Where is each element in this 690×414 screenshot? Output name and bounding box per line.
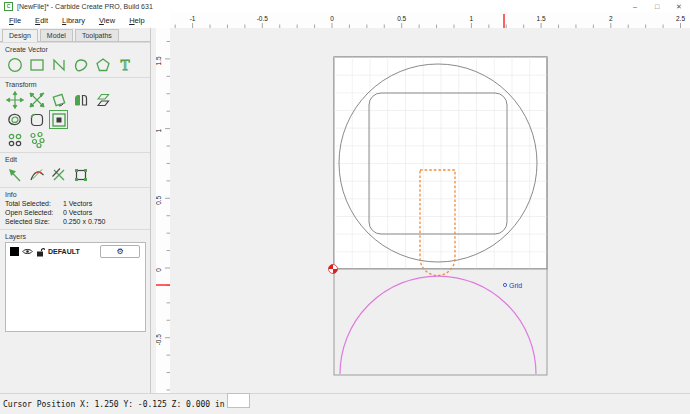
svg-text:0: 0 xyxy=(156,268,162,272)
transform-section: Transform xyxy=(0,77,150,152)
maximize-button[interactable]: □ xyxy=(646,1,668,12)
offset-tool-icon[interactable] xyxy=(5,110,24,129)
layers-section: Layers DEFAULT ⚙ xyxy=(0,229,150,334)
svg-text:0: 0 xyxy=(330,15,334,22)
svg-text:1.5: 1.5 xyxy=(156,56,162,65)
stock-grid xyxy=(334,57,547,269)
mirror-tool-icon[interactable] xyxy=(71,90,90,109)
svg-text:2.5: 2.5 xyxy=(676,15,685,22)
info-total-selected: Total Selected: 1 Vectors xyxy=(5,200,150,207)
menu-help[interactable]: Help xyxy=(122,16,151,25)
rotate-tool-icon[interactable] xyxy=(49,90,68,109)
polygon-tool-icon[interactable] xyxy=(93,55,112,74)
align-tool-icon[interactable] xyxy=(5,130,24,149)
svg-text:-0.5: -0.5 xyxy=(257,15,269,22)
close-button[interactable]: ✕ xyxy=(668,1,690,12)
info-open-selected: Open Selected: 0 Vectors xyxy=(5,209,150,216)
top-ruler: -1-0.500.511.522.5 xyxy=(170,12,690,29)
scale-tool-icon[interactable] xyxy=(27,90,46,109)
design-canvas[interactable]: Grid xyxy=(170,28,690,393)
tab-toolpaths[interactable]: Toolpaths xyxy=(75,29,119,41)
layer-visibility-eye-icon[interactable] xyxy=(22,247,33,256)
create-vector-section: Create Vector T xyxy=(0,42,150,77)
trim-vectors-tool-icon[interactable] xyxy=(49,165,68,184)
menu-file[interactable]: File xyxy=(2,16,28,25)
edit-title: Edit xyxy=(5,156,150,163)
menu-view[interactable]: View xyxy=(92,16,122,25)
grid-toggle-label: Grid xyxy=(509,282,522,289)
layer-color-swatch[interactable] xyxy=(10,247,19,256)
transform-title: Transform xyxy=(5,81,150,88)
create-vector-title: Create Vector xyxy=(5,46,150,53)
ruler-corner xyxy=(156,14,171,29)
move-tool-icon[interactable] xyxy=(5,90,24,109)
minimize-button[interactable]: – xyxy=(624,1,646,12)
polyline-tool-icon[interactable] xyxy=(49,55,68,74)
text-tool-icon[interactable]: T xyxy=(115,55,134,74)
menu-library[interactable]: Library xyxy=(55,16,92,25)
scrollbar-corner-box xyxy=(227,393,250,408)
info-selected-size: Selected Size: 0.250 x 0.750 xyxy=(5,218,150,225)
cursor-position-readout: Cursor Position X: 1.250 Y: -0.125 Z: 0.… xyxy=(3,400,225,409)
svg-text:1: 1 xyxy=(470,15,474,22)
menu-bar: File Edit Library View Help xyxy=(2,12,152,28)
boolean-tool-icon[interactable] xyxy=(49,110,68,129)
resize-nodes-tool-icon[interactable] xyxy=(71,165,90,184)
round-corners-tool-icon[interactable] xyxy=(27,110,46,129)
layers-list: DEFAULT ⚙ xyxy=(5,242,146,332)
app-window: C [NewFile]* - Carbide Create PRO, Build… xyxy=(0,0,690,414)
distribute-tool-icon[interactable] xyxy=(27,130,46,149)
svg-text:T: T xyxy=(120,57,129,73)
layer-lock-icon[interactable] xyxy=(36,247,45,257)
app-icon: C xyxy=(4,2,13,11)
layers-title: Layers xyxy=(5,233,150,240)
tab-bar: Design Model Toolpaths xyxy=(0,28,150,42)
status-bar: Cursor Position X: 1.250 Y: -0.125 Z: 0.… xyxy=(0,393,690,414)
menu-band: File Edit Library View Help -1-0.500.511… xyxy=(0,12,690,28)
layer-name: DEFAULT xyxy=(48,248,80,255)
rectangle-tool-icon[interactable] xyxy=(27,55,46,74)
node-edit-tool-icon[interactable] xyxy=(27,165,46,184)
svg-text:1: 1 xyxy=(156,128,162,132)
tab-design[interactable]: Design xyxy=(2,29,38,42)
svg-text:2: 2 xyxy=(609,15,613,22)
info-section: Info Total Selected: 1 Vectors Open Sele… xyxy=(0,187,150,229)
circle-tool-icon[interactable] xyxy=(5,55,24,74)
edit-section: Edit xyxy=(0,152,150,187)
svg-text:0.5: 0.5 xyxy=(156,195,162,204)
window-title: [NewFile]* - Carbide Create PRO, Build 6… xyxy=(17,3,153,10)
tab-model[interactable]: Model xyxy=(40,29,73,41)
svg-text:-0.5: -0.5 xyxy=(156,334,162,346)
left-panel: Design Model Toolpaths Create Vector xyxy=(0,28,151,393)
svg-text:-1: -1 xyxy=(190,15,196,22)
svg-text:0.5: 0.5 xyxy=(397,15,406,22)
layer-row-default[interactable]: DEFAULT ⚙ xyxy=(6,243,145,260)
svg-text:1.5: 1.5 xyxy=(537,15,546,22)
info-title: Info xyxy=(5,191,150,198)
menu-edit[interactable]: Edit xyxy=(28,16,55,25)
shear-tool-icon[interactable] xyxy=(93,90,112,109)
job-origin-marker[interactable] xyxy=(329,265,338,274)
layer-settings-gear-icon[interactable]: ⚙ xyxy=(100,245,140,258)
select-cursor-tool-icon[interactable] xyxy=(5,165,24,184)
curve-tool-icon[interactable] xyxy=(71,55,90,74)
left-ruler: 1.510.50-0.5 xyxy=(156,28,171,393)
